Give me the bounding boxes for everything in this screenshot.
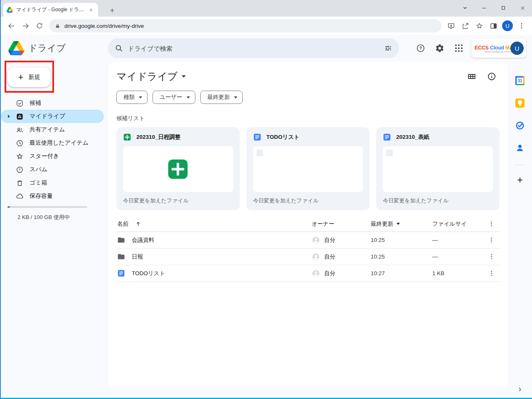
- suggestion-card-schedule[interactable]: 202310_日程調整 今日変更を加えたファイル: [116, 127, 240, 210]
- close-button[interactable]: [513, 1, 532, 15]
- sidebar-item-my-drive[interactable]: マイドライブ: [1, 110, 104, 123]
- svg-text:?: ?: [419, 46, 422, 51]
- drive-brand[interactable]: ドライブ: [1, 41, 108, 55]
- file-size: —: [432, 254, 485, 260]
- panel-header: マイドライブ: [116, 69, 500, 84]
- column-header-owner[interactable]: オーナー: [312, 220, 371, 228]
- search-input[interactable]: [128, 45, 379, 52]
- install-drive-icon[interactable]: [444, 19, 458, 33]
- collapse-panel-chevron-icon[interactable]: [508, 386, 532, 393]
- calendar-icon[interactable]: 31: [512, 72, 528, 89]
- owner-avatar-icon: [312, 253, 320, 261]
- sheets-file-icon: [123, 133, 131, 141]
- column-options-kebab-icon[interactable]: [485, 217, 498, 231]
- owner-avatar-icon: [312, 236, 320, 244]
- drive-search-bar[interactable]: [108, 38, 399, 58]
- page-title-dropdown[interactable]: マイドライブ: [116, 70, 186, 83]
- file-row-todo-list[interactable]: TODOリスト 自分 10:27 1 KB: [116, 265, 500, 282]
- sort-down-triangle-icon: [397, 223, 400, 225]
- tab-title: マイドライブ - Google ドライブ: [16, 6, 84, 13]
- expand-caret-icon[interactable]: [8, 115, 10, 118]
- tab-search-chevron-icon[interactable]: [456, 1, 475, 15]
- sidebar-item-spam[interactable]: スパム: [1, 163, 104, 176]
- sidebar-item-shared[interactable]: 共有アイテム: [1, 123, 104, 136]
- row-options-kebab-icon[interactable]: [485, 250, 498, 264]
- suggestions-section-label: 候補リスト: [116, 115, 500, 122]
- row-options-kebab-icon[interactable]: [485, 267, 498, 280]
- sidebar-item-trash[interactable]: ゴミ箱: [1, 176, 104, 190]
- file-row-daily-report[interactable]: 日報 自分 10:25 —: [116, 249, 500, 265]
- column-header-modified[interactable]: 最終更新: [371, 220, 393, 228]
- drive-logo-icon: [8, 41, 24, 55]
- file-name: TODOリスト: [132, 270, 165, 277]
- back-button[interactable]: [4, 19, 18, 33]
- drive-favicon-icon: [7, 7, 13, 13]
- get-add-ons-plus-icon[interactable]: +: [512, 172, 528, 188]
- suggestion-cards: 202310_日程調整 今日変更を加えたファイル TODOリスト: [116, 127, 500, 210]
- owner-name: 自分: [324, 253, 335, 261]
- account-card[interactable]: ECCS Cloud Mail Information Technology C…: [471, 39, 526, 58]
- grid-view-icon[interactable]: [467, 72, 476, 81]
- filter-chip-user[interactable]: ユーザー: [153, 91, 195, 104]
- column-header-name[interactable]: 名前: [117, 220, 128, 228]
- reload-button[interactable]: [32, 19, 47, 33]
- google-apps-grid-icon[interactable]: [451, 40, 467, 57]
- row-options-kebab-icon[interactable]: [485, 234, 498, 247]
- contacts-icon[interactable]: [512, 140, 528, 156]
- chip-label: 最終更新: [207, 94, 230, 101]
- file-list-header: 名前 オーナー 最終更新 ファイルサイ: [116, 216, 500, 232]
- sidebar-item-label: 候補: [30, 99, 41, 107]
- settings-gear-icon[interactable]: [431, 40, 448, 57]
- info-icon[interactable]: [487, 72, 496, 81]
- bookmark-star-icon[interactable]: [472, 19, 486, 33]
- file-name: 日報: [132, 253, 143, 261]
- folder-icon: [117, 253, 125, 261]
- owner-name: 自分: [324, 270, 335, 277]
- side-panel-rail: 31 +: [508, 62, 532, 398]
- file-row-meeting-docs[interactable]: 会議資料 自分 10:25 —: [116, 232, 500, 249]
- sidebar-item-suggestions[interactable]: 候補: [1, 96, 104, 110]
- chevron-down-icon: [234, 96, 237, 99]
- storage-progress-fill: [7, 206, 10, 208]
- browser-menu-kebab-icon[interactable]: [515, 19, 529, 33]
- suggestion-card-cover[interactable]: 202310_表紙 今日変更を加えたファイル: [376, 127, 500, 210]
- minimize-button[interactable]: [475, 1, 494, 15]
- account-avatar[interactable]: U: [510, 42, 524, 55]
- filter-chip-modified[interactable]: 最終更新: [200, 91, 243, 104]
- forward-button[interactable]: [18, 19, 32, 33]
- maximize-button[interactable]: [494, 1, 513, 15]
- search-options-tune-icon[interactable]: [384, 44, 392, 52]
- sidebar-item-recent[interactable]: 最近使用したアイテム: [1, 136, 104, 150]
- address-bar[interactable]: drive.google.com/drive/my-drive: [49, 19, 441, 32]
- new-tab-button[interactable]: [106, 5, 118, 16]
- sidebar-item-storage[interactable]: 保存容量: [1, 190, 104, 203]
- suggestions-icon: [16, 99, 24, 107]
- tasks-icon[interactable]: [512, 117, 528, 134]
- share-icon[interactable]: [458, 19, 472, 33]
- sort-ascending-arrow-icon[interactable]: [135, 221, 141, 227]
- side-panel-icon[interactable]: [486, 19, 500, 33]
- url-text: drive.google.com/drive/my-drive: [64, 23, 144, 29]
- folder-icon: [117, 236, 125, 244]
- browser-tab[interactable]: マイドライブ - Google ドライブ: [3, 3, 98, 17]
- card-thumbnail: [123, 146, 233, 192]
- filter-chip-type[interactable]: 種類: [116, 91, 148, 104]
- lock-icon: [55, 23, 60, 29]
- new-button[interactable]: + 新規: [7, 67, 51, 87]
- chevron-down-icon: [139, 96, 142, 99]
- suggestion-card-todo[interactable]: TODOリスト 今日変更を加えたファイル: [246, 127, 370, 210]
- column-header-size[interactable]: ファイルサイ: [432, 220, 485, 228]
- my-drive-icon: [16, 113, 24, 121]
- drive-product-name: ドライブ: [28, 42, 66, 54]
- browser-profile-avatar[interactable]: U: [502, 20, 513, 31]
- card-caption: 今日変更を加えたファイル: [383, 197, 493, 204]
- chevron-down-icon: [187, 96, 190, 99]
- shared-people-icon: [16, 126, 24, 134]
- help-icon[interactable]: ?: [412, 40, 429, 57]
- sidebar-item-starred[interactable]: スター付き: [1, 150, 104, 163]
- cloud-icon: [16, 192, 24, 200]
- keep-icon[interactable]: [512, 95, 528, 111]
- docs-file-icon: [253, 133, 261, 141]
- tab-close-icon[interactable]: [87, 6, 95, 14]
- card-thumbnail: [383, 146, 493, 192]
